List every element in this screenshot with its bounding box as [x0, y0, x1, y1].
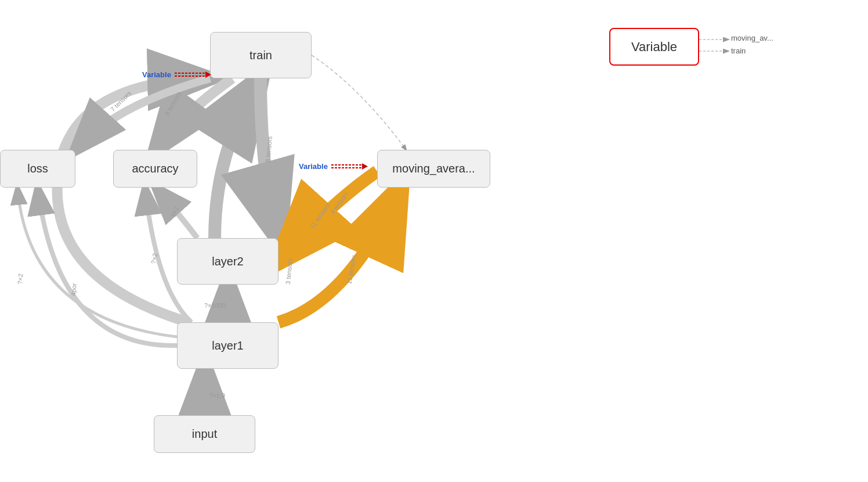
node-moving-avera[interactable]: moving_avera...	[377, 150, 490, 188]
variable-arrow-train	[173, 70, 214, 79]
legend-moving-label: moving_av...	[731, 34, 773, 42]
variable-arrow-moving	[330, 161, 371, 171]
legend-train-label: train	[731, 46, 746, 55]
node-loss[interactable]: loss	[0, 150, 75, 188]
node-layer1[interactable]: layer1	[177, 322, 279, 369]
graph-svg: 7 tensors 8 tensors 8 tensors 11 tensors…	[0, 0, 868, 482]
variable-connector-moving: Variable	[299, 161, 371, 171]
label-8tensors-train-l2: 8 tensors	[264, 136, 273, 163]
label-px2-loss: ?×2	[16, 274, 24, 285]
node-train[interactable]: train	[210, 32, 312, 78]
label-4por: 4por	[70, 283, 78, 296]
variable-connector-train: Variable	[142, 70, 214, 79]
legend-variable-box: Variable	[609, 28, 699, 66]
variable-label-train: Variable	[142, 70, 171, 79]
node-layer2[interactable]: layer2	[177, 238, 279, 285]
variable-label-moving: Variable	[299, 162, 328, 171]
label-px19: ?×1,9	[209, 392, 225, 399]
svg-marker-4	[205, 71, 211, 78]
label-px1000: ?×1000	[204, 302, 226, 309]
graph-container: 7 tensors 8 tensors 8 tensors 11 tensors…	[0, 0, 868, 482]
node-accuracy[interactable]: accuracy	[113, 150, 197, 188]
label-3tensors: 3 tensors	[284, 258, 294, 285]
svg-marker-7	[362, 163, 368, 170]
node-input[interactable]: input	[154, 415, 255, 453]
